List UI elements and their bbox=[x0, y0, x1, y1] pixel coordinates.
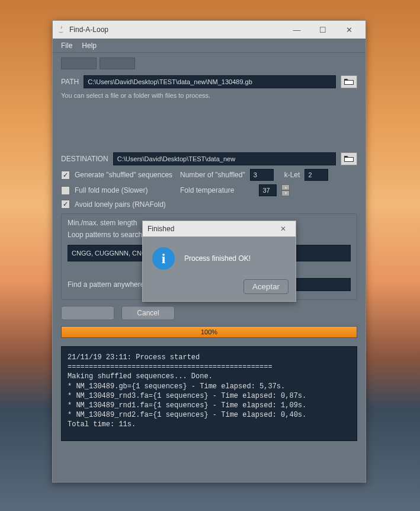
window-controls: — ☐ ✕ bbox=[284, 21, 362, 38]
progress-bar: 100% bbox=[61, 326, 357, 338]
full-fold-checkbox[interactable] bbox=[61, 186, 70, 195]
dialog-close-button[interactable]: ✕ bbox=[275, 223, 291, 235]
fold-temp-label: Fold temperature bbox=[180, 186, 234, 194]
shuffled-row: Generate "shuffled" sequences Number of … bbox=[61, 169, 357, 181]
generate-shuffled-checkbox[interactable] bbox=[61, 171, 70, 180]
dialog-message: Process finished OK! bbox=[184, 254, 251, 263]
cancel-button[interactable]: Cancel bbox=[121, 306, 175, 320]
minimize-button[interactable]: — bbox=[284, 21, 310, 38]
menubar: File Help bbox=[53, 39, 366, 53]
folder-icon bbox=[344, 155, 354, 164]
browse-path-button[interactable] bbox=[341, 75, 357, 88]
full-fold-label: Full fold mode (Slower) bbox=[75, 186, 175, 194]
avoid-lonely-row: Avoid lonely pairs (RNAFold) bbox=[61, 200, 357, 209]
dialog-ok-button[interactable]: Aceptar bbox=[243, 279, 288, 294]
klet-input[interactable] bbox=[304, 169, 328, 181]
number-shuffled-input[interactable] bbox=[250, 169, 274, 181]
folder-icon bbox=[344, 78, 354, 87]
tab-1[interactable] bbox=[61, 58, 97, 69]
progress-text: 100% bbox=[62, 327, 357, 337]
dialog-footer: Aceptar bbox=[143, 276, 296, 301]
info-icon: i bbox=[152, 247, 175, 270]
run-button[interactable] bbox=[61, 306, 114, 320]
avoid-lonely-label: Avoid lonely pairs (RNAFold) bbox=[75, 200, 166, 209]
maximize-button[interactable]: ☐ bbox=[310, 21, 336, 38]
log-output[interactable]: 21/11/19 23:11: Process started ========… bbox=[61, 346, 357, 441]
finished-dialog: Finished ✕ i Process finished OK! Acepta… bbox=[142, 221, 296, 302]
window-title: Find-A-Loop bbox=[69, 25, 284, 34]
fullfold-row: Full fold mode (Slower) Fold temperature… bbox=[61, 184, 357, 196]
close-button[interactable]: ✕ bbox=[336, 21, 362, 38]
menu-help[interactable]: Help bbox=[77, 40, 101, 51]
titlebar[interactable]: Find-A-Loop — ☐ ✕ bbox=[53, 21, 366, 39]
destination-row: DESTINATION bbox=[61, 152, 357, 165]
minmax-stem-label: Min./max. stem length bbox=[68, 219, 137, 227]
path-label: PATH bbox=[61, 78, 79, 86]
klet-label: k-Let bbox=[284, 171, 300, 179]
avoid-lonely-checkbox[interactable] bbox=[61, 200, 70, 209]
number-shuffled-label: Number of "shuffled" bbox=[180, 171, 245, 179]
path-input[interactable] bbox=[84, 75, 336, 88]
fold-temp-down[interactable]: ▼ bbox=[281, 190, 290, 196]
fold-temp-input[interactable] bbox=[259, 184, 277, 196]
path-row: PATH bbox=[61, 75, 357, 88]
browse-destination-button[interactable] bbox=[341, 152, 357, 165]
tabstrip bbox=[61, 58, 357, 71]
dialog-body: i Process finished OK! bbox=[143, 237, 296, 276]
tab-2[interactable] bbox=[100, 58, 135, 69]
button-row: Cancel bbox=[61, 306, 357, 320]
fold-temp-spinner: ▲ ▼ bbox=[281, 184, 290, 196]
java-icon bbox=[56, 25, 66, 34]
destination-label: DESTINATION bbox=[61, 155, 108, 163]
destination-input[interactable] bbox=[113, 152, 336, 165]
loop-patterns-label: Loop patterns to search: bbox=[68, 231, 144, 239]
dialog-title: Finished bbox=[148, 225, 275, 233]
menu-file[interactable]: File bbox=[56, 40, 77, 51]
dialog-titlebar[interactable]: Finished ✕ bbox=[143, 221, 296, 237]
fold-temp-up[interactable]: ▲ bbox=[281, 184, 290, 190]
path-hint: You can select a file or a folder with f… bbox=[61, 92, 357, 99]
generate-shuffled-label: Generate "shuffled" sequences bbox=[75, 171, 175, 179]
find-pattern-label: Find a pattern anywhere: bbox=[68, 280, 146, 289]
